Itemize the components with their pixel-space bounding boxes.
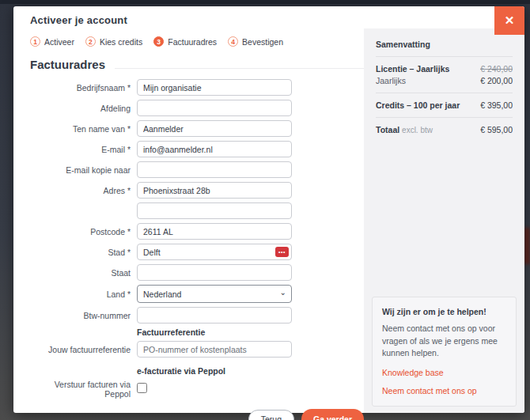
state-input[interactable] <box>137 264 292 281</box>
address-input[interactable] <box>137 182 292 199</box>
field-label: Bedrijfsnaam * <box>30 83 137 93</box>
step-bevestigen[interactable]: 4 Bevestigen <box>228 36 283 47</box>
divider <box>376 117 513 118</box>
backdrop-top-strip <box>0 0 530 4</box>
step-number-icon: 3 <box>153 36 164 47</box>
backdrop-red-glow <box>524 228 530 264</box>
section-heading-factuuradres: Factuuradres <box>30 58 364 71</box>
country-select[interactable]: Nederland <box>137 285 292 303</box>
old-price: € 240,00 <box>480 64 513 74</box>
form-actions: Terug Ga verder <box>30 409 364 420</box>
knowledge-base-link[interactable]: Knowledge base <box>382 368 506 377</box>
field-label: Postcode * <box>30 227 137 236</box>
step-number-icon: 4 <box>228 36 238 47</box>
field-label: Btw-nummer <box>30 311 137 320</box>
city-input[interactable] <box>137 244 292 260</box>
activate-account-modal: Activeer je account 1 Activeer 2 Kies cr… <box>13 6 524 413</box>
modal-title: Activeer je account <box>30 14 364 26</box>
step-activeer[interactable]: 1 Activeer <box>30 36 74 47</box>
address-line2-input[interactable] <box>137 202 292 219</box>
email-copy-input[interactable] <box>137 161 292 178</box>
wizard-steps: 1 Activeer 2 Kies credits 3 Factuuradres… <box>30 36 364 47</box>
divider <box>376 93 513 93</box>
help-box: Wij zijn er om je te helpen! Neem contac… <box>372 297 517 407</box>
autofill-extension-icon[interactable]: ••• <box>275 247 289 257</box>
field-label: E-mail * <box>30 145 137 154</box>
email-input[interactable] <box>137 141 292 157</box>
summary-row-total: Totaal excl. btw € 595,00 <box>376 125 513 134</box>
field-label: Jouw factuurreferentie <box>30 345 137 354</box>
field-label: Afdeling <box>30 104 137 113</box>
divider <box>376 56 513 57</box>
step-number-icon: 2 <box>85 36 96 47</box>
summary-row-license-sub: Jaarlijks € 200,00 <box>376 76 513 85</box>
field-label: Verstuur facturen via Peppol <box>30 380 137 399</box>
summary-title: Samenvatting <box>376 40 513 49</box>
billing-form-panel: Activeer je account 1 Activeer 2 Kies cr… <box>13 6 364 413</box>
field-label: E-mail kopie naar <box>30 165 137 175</box>
attention-of-input[interactable] <box>137 120 292 137</box>
summary-sidebar: Samenvatting Licentie – Jaarlijks € 240,… <box>364 28 524 413</box>
summary-row-credits: Credits – 100 per jaar € 395,00 <box>376 100 513 110</box>
invoice-reference-heading: Factuurreferentie <box>137 327 364 337</box>
help-text: Neem contact met ons op voor vragen of a… <box>382 323 506 359</box>
help-title: Wij zijn er om je te helpen! <box>382 307 506 316</box>
postcode-input[interactable] <box>137 223 292 240</box>
step-kies-credits[interactable]: 2 Kies credits <box>85 36 142 47</box>
step-factuuradres[interactable]: 3 Factuuradres <box>153 36 217 47</box>
field-label: Adres * <box>30 186 137 195</box>
billing-form: Bedrijfsnaam * Afdeling Ten name van * E… <box>30 79 364 420</box>
continue-button[interactable]: Ga verder <box>301 409 364 420</box>
field-label: Ten name van * <box>30 124 137 134</box>
step-number-icon: 1 <box>30 36 40 47</box>
contact-link[interactable]: Neem contact met ons op <box>382 386 506 395</box>
field-label: Staat <box>30 268 137 278</box>
field-label: Land * <box>30 289 137 299</box>
vat-number-input[interactable] <box>137 307 292 324</box>
field-label: Stad * <box>30 248 137 257</box>
peppol-heading: e-facturatie via Peppol <box>137 366 364 376</box>
department-input[interactable] <box>137 100 292 116</box>
tax-note: excl. btw <box>402 126 433 134</box>
back-button[interactable]: Terug <box>248 410 294 420</box>
company-name-input[interactable] <box>137 79 292 96</box>
peppol-checkbox[interactable] <box>137 383 147 393</box>
invoice-reference-input[interactable] <box>137 341 292 358</box>
summary-row-license: Licentie – Jaarlijks € 240,00 <box>376 64 513 74</box>
close-icon[interactable]: ✕ <box>494 6 524 35</box>
